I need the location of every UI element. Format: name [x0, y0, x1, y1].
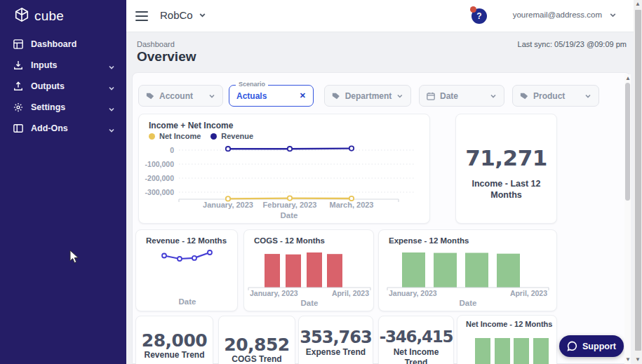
notification-dot	[470, 6, 476, 13]
revenue-12-months-chart: Date	[136, 230, 237, 311]
support-button[interactable]: Support	[559, 335, 624, 357]
chevron-down-icon	[584, 93, 591, 100]
sidebar-item-inputs[interactable]: Inputs	[0, 55, 126, 76]
svg-text:April, 2023: April, 2023	[510, 289, 547, 297]
chat-bubble-icon	[567, 341, 577, 351]
sidebar-item-label: Inputs	[31, 60, 58, 70]
chevron-down-icon	[490, 93, 497, 100]
chevron-down-icon	[108, 124, 115, 137]
card-revenue-trend: 28,000 Revenue Trend	[135, 316, 213, 364]
dashboard-icon	[13, 39, 24, 50]
inner-scrollbar[interactable]: ▲ ▼	[624, 74, 631, 364]
inner-scrollbar-thumb[interactable]	[625, 83, 630, 201]
kpi-value: 71,271	[456, 145, 556, 170]
inputs-icon	[13, 60, 24, 71]
company-switcher[interactable]: RobCo	[160, 9, 206, 21]
outer-scrollbar-thumb[interactable]	[635, 10, 641, 351]
filter-product[interactable]: Product	[512, 85, 599, 107]
sidebar-item-settings[interactable]: Settings	[0, 97, 126, 118]
sidebar-item-outputs[interactable]: Outputs	[0, 76, 126, 97]
card-cogs-trend: 20,852 COGS Trend	[218, 316, 295, 364]
svg-text:April, 2023: April, 2023	[332, 289, 369, 297]
svg-text:Date: Date	[460, 299, 477, 307]
filter-account[interactable]: Account	[138, 85, 223, 107]
page-header: Dashboard Overview Last sync: 05/19/23 @…	[126, 32, 634, 72]
svg-text:0: 0	[170, 146, 174, 154]
net-income-12-months-chart	[457, 316, 556, 364]
sidebar-item-label: Dashboard	[31, 39, 76, 49]
scenario-value: Actuals	[236, 91, 294, 101]
svg-text:Date: Date	[179, 297, 196, 306]
sidebar-item-label: Settings	[31, 102, 65, 112]
settings-gear-icon	[13, 102, 24, 113]
account-menu[interactable]: youremail@address.com	[513, 11, 617, 19]
svg-text:Date: Date	[281, 211, 298, 220]
sidebar-nav: Dashboard Inputs Outputs	[0, 34, 126, 139]
kpi-value: -346,415	[379, 328, 453, 346]
card-expense-12-months: Expense - 12 Months January, 2023April, …	[378, 229, 557, 311]
chevron-down-icon	[108, 82, 115, 95]
breadcrumb[interactable]: Dashboard	[137, 40, 175, 48]
calendar-icon	[427, 92, 435, 100]
tag-icon	[146, 92, 154, 100]
sidebar-item-label: Add-Ons	[31, 123, 68, 133]
chevron-down-icon	[108, 103, 115, 116]
card-net-income-trend: -346,415 Net IncomeTrend	[378, 316, 454, 364]
clear-filter-icon[interactable]: ✕	[294, 91, 306, 100]
help-beacon[interactable]: ?	[472, 8, 487, 24]
outputs-icon	[13, 81, 24, 92]
mouse-cursor	[69, 250, 80, 264]
kpi-value: 20,852	[219, 335, 295, 355]
kpi-value: 28,000	[136, 330, 213, 351]
last-sync-status: Last sync: 05/19/23 @09:09 pm	[518, 40, 627, 48]
expense-12-months-chart: January, 2023April, 2023Date	[379, 230, 556, 311]
filter-department[interactable]: Department	[324, 85, 411, 107]
svg-text:-100,000: -100,000	[145, 160, 175, 168]
hamburger-menu-icon[interactable]	[135, 11, 148, 23]
filter-scenario[interactable]: Scenario Actuals ✕	[229, 85, 314, 107]
scroll-up-icon[interactable]: ▲	[635, 1, 641, 7]
card-revenue-12-months: Revenue - 12 Months Date	[135, 229, 238, 311]
chevron-down-icon	[208, 93, 215, 100]
svg-text:January, 2023: January, 2023	[389, 289, 437, 297]
sidebar-item-label: Outputs	[31, 81, 65, 91]
svg-text:-300,000: -300,000	[145, 188, 175, 196]
card-income-net-income: Income + Net Income Net Income Revenue 0…	[138, 114, 430, 224]
svg-text:-200,000: -200,000	[145, 174, 175, 182]
user-email: youremail@address.com	[513, 11, 602, 19]
dashboard-panel: Account Scenario Actuals ✕ Department Da…	[132, 72, 631, 364]
filter-date[interactable]: Date	[419, 85, 504, 107]
chevron-down-icon	[199, 11, 206, 19]
scenario-legend: Scenario	[236, 81, 268, 88]
kpi-label: COGS Trend	[219, 354, 295, 364]
scroll-down-icon[interactable]: ▼	[635, 357, 641, 363]
kpi-label: Net IncomeTrend	[379, 347, 453, 364]
sidebar-item-dashboard[interactable]: Dashboard	[0, 34, 126, 55]
tag-icon	[520, 92, 528, 100]
svg-text:January, 2023: January, 2023	[250, 289, 298, 297]
card-net-income-12-months: Net Income - 12 Months	[457, 315, 557, 364]
svg-text:February, 2023: February, 2023	[263, 201, 317, 209]
help-question-icon: ?	[476, 11, 481, 21]
card-income-kpi: 71,271 Income - Last 12Months	[455, 114, 557, 224]
chevron-down-icon	[108, 61, 115, 74]
sidebar-item-addons[interactable]: Add-Ons	[0, 118, 126, 139]
sidebar: cube Dashboard Inputs	[0, 0, 126, 364]
kpi-value: 353,763	[299, 328, 373, 347]
tag-icon	[332, 92, 340, 100]
app-window: cube Dashboard Inputs	[0, 0, 642, 364]
kpi-label: Expense Trend	[299, 347, 373, 358]
topbar: RobCo ? youremail@address.com	[126, 0, 634, 32]
cogs-12-months-chart: January, 2023April, 2023Date	[244, 230, 373, 311]
card-expense-trend: 353,763 Expense Trend	[298, 316, 373, 364]
chevron-down-icon	[609, 11, 617, 19]
support-label: Support	[582, 342, 616, 351]
scroll-up-icon[interactable]: ▲	[625, 76, 631, 81]
company-name: RobCo	[160, 9, 193, 21]
scroll-down-icon[interactable]: ▼	[625, 357, 631, 363]
income-net-income-chart: 0-100,000-200,000-300,000January, 2023Fe…	[139, 114, 429, 223]
kpi-label: Revenue Trend	[136, 350, 213, 360]
cube-logo[interactable]: cube	[14, 7, 64, 25]
card-cogs-12-months: COGS - 12 Months January, 2023April, 202…	[243, 229, 374, 311]
outer-scrollbar[interactable]: ▲ ▼	[634, 0, 642, 364]
